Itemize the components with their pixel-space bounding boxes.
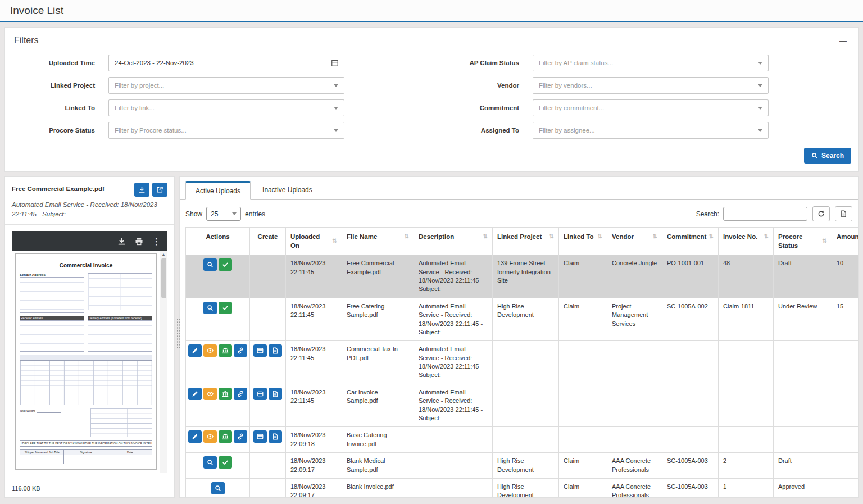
print-icon[interactable] bbox=[135, 237, 143, 246]
search-button[interactable] bbox=[203, 456, 217, 469]
cell-uploaded-on: 18/Nov/2023 22:11:45 bbox=[286, 384, 342, 427]
table-row[interactable]: 18/Nov/2023 22:11:45Free Catering Sample… bbox=[186, 298, 859, 341]
refresh-button[interactable] bbox=[812, 206, 830, 221]
search-button[interactable] bbox=[203, 258, 217, 271]
eye-button[interactable] bbox=[203, 344, 217, 357]
cell-description: Automated Email Service - Received: 18/N… bbox=[414, 384, 493, 427]
table-row[interactable]: 18/Nov/2023 22:09:18Basic Catering Invoi… bbox=[186, 427, 859, 453]
commitment-filter-select[interactable]: Filter by commitment... bbox=[533, 99, 769, 116]
search-button[interactable]: Search bbox=[804, 148, 851, 164]
panel-resize-handle[interactable] bbox=[176, 318, 181, 349]
caret-down-icon bbox=[232, 212, 237, 215]
linked-to-filter-select[interactable]: Filter by link... bbox=[108, 99, 344, 116]
cell-vendor: Concrete Jungle bbox=[607, 255, 662, 298]
column-header-procore-status[interactable]: Procore Status⇅ bbox=[774, 228, 832, 255]
entries-select[interactable]: 25 bbox=[206, 207, 241, 221]
ap-claim-status-filter-select[interactable]: Filter by AP claim status... bbox=[533, 55, 769, 71]
eye-button[interactable] bbox=[203, 430, 217, 443]
caret-down-icon bbox=[758, 129, 762, 132]
eye-icon bbox=[207, 347, 214, 354]
bank-button[interactable] bbox=[219, 344, 232, 357]
column-header-file-name[interactable]: File Name⇅ bbox=[342, 228, 414, 255]
column-label: Create bbox=[258, 232, 278, 241]
filters-title: Filters bbox=[14, 35, 39, 46]
doc-button[interactable] bbox=[269, 388, 282, 400]
bank-button[interactable] bbox=[219, 388, 232, 400]
link-button[interactable] bbox=[234, 430, 247, 443]
pencil-button[interactable] bbox=[188, 430, 202, 443]
link-button[interactable] bbox=[234, 388, 247, 400]
column-label: Actions bbox=[206, 232, 229, 241]
column-header-description[interactable]: Description⇅ bbox=[414, 228, 493, 255]
eye-button[interactable] bbox=[203, 388, 217, 400]
scroll-up-icon[interactable]: ▲ bbox=[160, 251, 167, 257]
list-controls: Show 25 entries Search: bbox=[180, 200, 858, 227]
cell-vendor bbox=[607, 427, 662, 453]
column-header-linked-project[interactable]: Linked Project⇅ bbox=[493, 228, 559, 255]
tab-inactive-uploads[interactable]: Inactive Uploads bbox=[253, 181, 322, 199]
doc-receiver-fields bbox=[20, 320, 84, 352]
pdf-scrollbar[interactable]: ▲ bbox=[160, 251, 167, 473]
card-button[interactable] bbox=[253, 430, 267, 443]
linked-project-filter-select[interactable]: Filter by project... bbox=[108, 77, 344, 94]
assigned-to-filter-select[interactable]: Filter by assignee... bbox=[533, 122, 769, 139]
uploaded-time-input[interactable]: 24-Oct-2023 - 22-Nov-2023 bbox=[108, 55, 344, 71]
sort-icon: ⇅ bbox=[820, 237, 827, 245]
column-header-amount[interactable]: Amount⇅ bbox=[832, 228, 859, 255]
search-icon bbox=[207, 459, 214, 466]
pdf-download-icon[interactable] bbox=[117, 237, 126, 246]
invoice-list-page: Invoice List Filters — Uploaded Time24-O… bbox=[0, 0, 863, 502]
caret-down-icon bbox=[758, 107, 762, 110]
tab-active-uploads[interactable]: Active Uploads bbox=[185, 181, 251, 200]
table-row[interactable]: 18/Nov/2023 22:11:45Free Commercial Exam… bbox=[186, 255, 859, 298]
search-button[interactable] bbox=[203, 302, 217, 314]
table-row[interactable]: 18/Nov/2023 22:11:45Commercial Tax In PD… bbox=[186, 341, 859, 384]
bank-button[interactable] bbox=[219, 430, 232, 443]
cell-amount bbox=[832, 341, 859, 384]
search-button[interactable] bbox=[211, 482, 225, 494]
check-button[interactable] bbox=[219, 302, 232, 314]
pencil-button[interactable] bbox=[188, 388, 202, 400]
export-button[interactable] bbox=[835, 206, 852, 221]
page-title: Invoice List bbox=[10, 4, 63, 17]
more-options-icon[interactable]: ⋮ bbox=[152, 237, 161, 246]
download-file-button[interactable] bbox=[134, 183, 149, 197]
column-header-linked-to[interactable]: Linked To⇅ bbox=[559, 228, 607, 255]
calendar-icon[interactable] bbox=[325, 55, 344, 71]
pdf-scrollbar-thumb[interactable] bbox=[161, 258, 166, 298]
cell-invoice-no bbox=[719, 341, 774, 384]
pencil-button[interactable] bbox=[188, 344, 202, 357]
check-button[interactable] bbox=[219, 456, 232, 469]
procore-status-filter-select[interactable]: Filter by Procore status... bbox=[108, 122, 344, 139]
vendor-filter-select[interactable]: Filter by vendors... bbox=[533, 77, 769, 94]
cell-actions bbox=[186, 341, 250, 384]
link-button[interactable] bbox=[234, 344, 247, 357]
cell-description bbox=[414, 453, 493, 479]
collapse-filters-button[interactable]: — bbox=[839, 37, 849, 45]
cell-actions bbox=[186, 479, 250, 498]
table-row[interactable]: 18/Nov/2023 22:11:45Car Invoice Sample.p… bbox=[186, 384, 859, 427]
column-header-commitment[interactable]: Commitment⇅ bbox=[662, 228, 719, 255]
column-label: Linked Project bbox=[497, 232, 542, 241]
open-external-button[interactable] bbox=[152, 183, 167, 197]
check-button[interactable] bbox=[219, 258, 232, 271]
pdf-page: Commercial Invoice Sender Address bbox=[15, 253, 157, 470]
pdf-toolbar: ⋮ bbox=[12, 231, 167, 251]
doc-button[interactable] bbox=[269, 344, 282, 357]
cell-linked-to: Claim bbox=[559, 453, 607, 479]
doc-button[interactable] bbox=[269, 430, 282, 443]
column-header-invoice-no[interactable]: Invoice No.⇅ bbox=[719, 228, 774, 255]
preview-header: Free Commercial Example.pdf bbox=[5, 177, 174, 198]
cell-file-name: Free Commercial Example.pdf bbox=[342, 255, 414, 298]
link-icon bbox=[237, 433, 244, 440]
table-row[interactable]: 18/Nov/2023 22:09:17Blank Invoice.pdfHig… bbox=[186, 479, 859, 498]
card-button[interactable] bbox=[253, 344, 267, 357]
table-search-input[interactable] bbox=[723, 207, 807, 221]
sort-icon: ⇅ bbox=[402, 233, 409, 240]
check-icon bbox=[222, 459, 229, 466]
table-row[interactable]: 18/Nov/2023 22:09:17Blank Medical Sample… bbox=[186, 453, 859, 479]
column-header-vendor[interactable]: Vendor⇅ bbox=[607, 228, 662, 255]
card-button[interactable] bbox=[253, 388, 267, 400]
column-header-uploaded-on[interactable]: Uploaded On⇅ bbox=[286, 228, 342, 255]
cell-description: Automated Email Service - Received: 18/N… bbox=[414, 341, 493, 384]
